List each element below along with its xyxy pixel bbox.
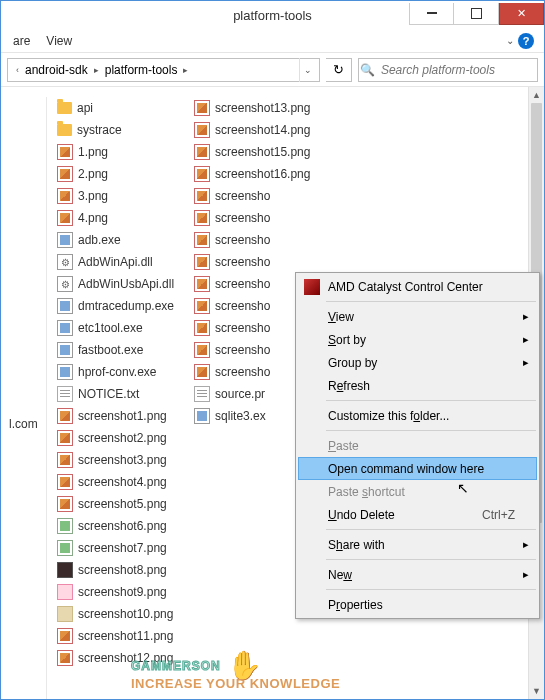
amd-icon <box>304 279 320 295</box>
file-label: screenshot10.png <box>78 607 173 621</box>
breadcrumb-seg[interactable]: android-sdk <box>23 63 90 77</box>
search-box[interactable]: 🔍 <box>358 58 538 82</box>
maximize-button[interactable] <box>454 3 499 25</box>
ctx-label: Undo Delete <box>328 508 395 522</box>
file-item[interactable]: AdbWinUsbApi.dll <box>57 273 174 295</box>
menu-separator <box>326 430 536 431</box>
file-label: screenshot3.png <box>78 453 167 467</box>
file-item[interactable]: screensho <box>194 273 310 295</box>
file-label: AdbWinUsbApi.dll <box>78 277 174 291</box>
breadcrumb[interactable]: ‹ android-sdk ▸ platform-tools ▸ ⌄ <box>7 58 320 82</box>
chevron-right-icon: ▸ <box>179 65 192 75</box>
help-icon[interactable]: ? <box>518 33 534 49</box>
file-item[interactable]: screensho <box>194 207 310 229</box>
file-item[interactable]: NOTICE.txt <box>57 383 174 405</box>
img-icon <box>57 166 73 182</box>
img-icon <box>194 254 210 270</box>
file-label: 3.png <box>78 189 108 203</box>
menu-separator <box>326 559 536 560</box>
menu-share[interactable]: are <box>5 31 38 51</box>
file-item[interactable]: screensho <box>194 185 310 207</box>
file-item[interactable]: etc1tool.exe <box>57 317 174 339</box>
file-item[interactable]: screenshot9.png <box>57 581 174 603</box>
scroll-down-icon[interactable]: ▼ <box>529 683 544 699</box>
ctx-new[interactable]: New <box>298 563 537 586</box>
file-item[interactable]: screenshot14.png <box>194 119 310 141</box>
file-label: 4.png <box>78 211 108 225</box>
ctx-group-by[interactable]: Group by <box>298 351 537 374</box>
file-item[interactable]: api <box>57 97 174 119</box>
ctx-share-with[interactable]: Share with <box>298 533 537 556</box>
refresh-button[interactable]: ↻ <box>326 58 352 82</box>
menu-separator <box>326 529 536 530</box>
ctx-label: Customize this folder... <box>328 409 449 423</box>
file-item[interactable]: screenshot3.png <box>57 449 174 471</box>
ctx-label: Sort by <box>328 333 366 347</box>
file-item[interactable]: screenshot15.png <box>194 141 310 163</box>
close-button[interactable] <box>499 3 544 25</box>
file-item[interactable]: screenshot12.png <box>57 647 174 669</box>
file-item[interactable]: 4.png <box>57 207 174 229</box>
file-item[interactable]: 1.png <box>57 141 174 163</box>
file-item[interactable]: screenshot2.png <box>57 427 174 449</box>
file-item[interactable]: screensho <box>194 229 310 251</box>
breadcrumb-dropdown-icon[interactable]: ⌄ <box>299 58 315 82</box>
ctx-shortcut: Ctrl+Z <box>482 508 515 522</box>
file-item[interactable]: source.pr <box>194 383 310 405</box>
window-title: platform-tools <box>136 8 409 23</box>
file-item[interactable]: screenshot5.png <box>57 493 174 515</box>
file-item[interactable]: sqlite3.ex <box>194 405 310 427</box>
minimize-button[interactable] <box>409 3 454 25</box>
file-item[interactable]: screensho <box>194 251 310 273</box>
file-item[interactable]: screenshot16.png <box>194 163 310 185</box>
file-pane[interactable]: l.com apisystrace1.png2.png3.png4.pngadb… <box>1 87 544 699</box>
ctx-label: AMD Catalyst Control Center <box>328 280 483 294</box>
img-icon <box>194 188 210 204</box>
ctx-undo-delete[interactable]: Undo DeleteCtrl+Z <box>298 503 537 526</box>
img-icon <box>57 452 73 468</box>
file-item[interactable]: screenshot11.png <box>57 625 174 647</box>
ctx-paste-shortcut: Paste shortcut <box>298 480 537 503</box>
ribbon-expand-icon[interactable]: ⌄ <box>506 35 514 46</box>
img-icon <box>57 496 73 512</box>
file-item[interactable]: screenshot10.png <box>57 603 174 625</box>
file-item[interactable]: screensho <box>194 295 310 317</box>
ctx-refresh[interactable]: Refresh <box>298 374 537 397</box>
menu-view[interactable]: View <box>38 31 80 51</box>
file-item[interactable]: 2.png <box>57 163 174 185</box>
ctx-open-command-window-here[interactable]: Open command window here <box>298 457 537 480</box>
breadcrumb-seg[interactable]: platform-tools <box>103 63 180 77</box>
file-label: screensho <box>215 365 270 379</box>
file-item[interactable]: hprof-conv.exe <box>57 361 174 383</box>
img-icon <box>194 276 210 292</box>
ctx-sort-by[interactable]: Sort by <box>298 328 537 351</box>
file-item[interactable]: screensho <box>194 361 310 383</box>
file-item[interactable]: screensho <box>194 317 310 339</box>
file-item[interactable]: screenshot8.png <box>57 559 174 581</box>
file-label: systrace <box>77 123 122 137</box>
file-item[interactable]: 3.png <box>57 185 174 207</box>
file-label: screensho <box>215 233 270 247</box>
scroll-up-icon[interactable]: ▲ <box>529 87 544 103</box>
file-item[interactable]: AdbWinApi.dll <box>57 251 174 273</box>
ctx-amd-catalyst-control-center[interactable]: AMD Catalyst Control Center <box>298 275 537 298</box>
file-item[interactable]: screenshot13.png <box>194 97 310 119</box>
file-label: screensho <box>215 189 270 203</box>
file-item[interactable]: systrace <box>57 119 174 141</box>
file-item[interactable]: screenshot4.png <box>57 471 174 493</box>
file-item[interactable]: screenshot6.png <box>57 515 174 537</box>
ctx-properties[interactable]: Properties <box>298 593 537 616</box>
file-item[interactable]: adb.exe <box>57 229 174 251</box>
file-item[interactable]: fastboot.exe <box>57 339 174 361</box>
file-label: screensho <box>215 277 270 291</box>
file-item[interactable]: screensho <box>194 339 310 361</box>
dll-icon <box>57 276 73 292</box>
ctx-customize-this-folder[interactable]: Customize this folder... <box>298 404 537 427</box>
img-icon <box>194 320 210 336</box>
file-item[interactable]: screenshot1.png <box>57 405 174 427</box>
ctx-label: Open command window here <box>328 462 484 476</box>
file-item[interactable]: dmtracedump.exe <box>57 295 174 317</box>
file-item[interactable]: screenshot7.png <box>57 537 174 559</box>
ctx-view[interactable]: View <box>298 305 537 328</box>
search-input[interactable] <box>377 63 537 77</box>
